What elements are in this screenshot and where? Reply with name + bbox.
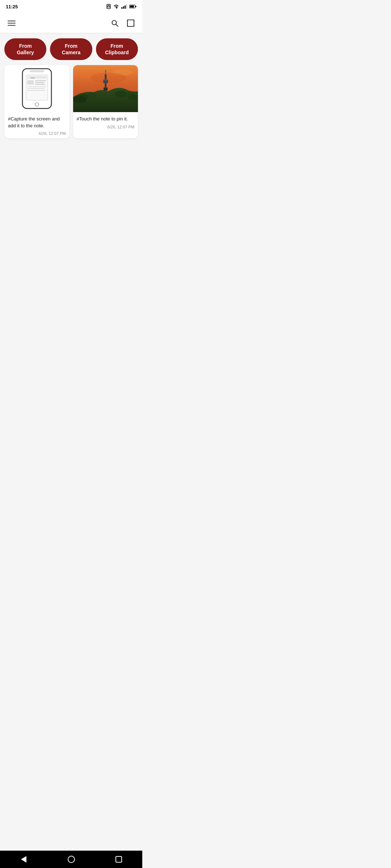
app-bar-actions [108,16,138,30]
action-buttons-row: FromGallery FromCamera FromClipboard [0,33,142,65]
note-card-2[interactable]: #Touch the note to pin it. 6/26, 12:07 P… [73,65,138,138]
from-clipboard-button[interactable]: FromClipboard [96,38,138,60]
note-text-2: #Touch the note to pin it. [77,116,135,122]
hamburger-line-3 [8,25,16,26]
svg-rect-10 [135,6,136,7]
svg-rect-35 [105,69,106,75]
sim-icon [106,4,111,9]
menu-button[interactable] [4,16,19,30]
search-button[interactable] [108,16,122,30]
svg-rect-36 [105,71,106,72]
wifi-icon [113,4,119,9]
svg-rect-0 [107,4,110,9]
note-thumbnail-1: www [4,65,70,112]
svg-rect-24 [27,88,45,89]
svg-text:www: www [31,77,35,79]
svg-point-39 [88,92,96,97]
svg-rect-15 [30,70,44,72]
svg-rect-21 [35,82,44,83]
svg-rect-9 [130,5,134,8]
status-time: 11:25 [6,4,18,9]
status-bar: 11:25 [0,0,142,13]
notes-grid: www #Capture the screen and [0,65,142,145]
svg-point-30 [90,73,126,83]
svg-rect-7 [126,4,127,9]
svg-rect-2 [109,6,110,8]
photo-thumb [73,65,138,112]
note-content-1: #Capture the screen and add it to the no… [4,112,70,138]
svg-rect-1 [108,6,108,8]
battery-icon [129,4,136,9]
search-icon [110,19,119,27]
svg-rect-25 [27,90,45,91]
from-camera-button[interactable]: FromCamera [50,38,92,60]
screen-capture-thumb: www [4,65,70,112]
note-text-1: #Capture the screen and add it to the no… [8,116,66,129]
from-gallery-button[interactable]: FromGallery [4,38,46,60]
svg-rect-6 [125,5,126,9]
svg-rect-13 [127,20,134,26]
note-content-2: #Touch the note to pin it. 6/26, 12:07 P… [73,112,138,132]
svg-rect-19 [27,80,34,85]
svg-rect-5 [123,7,124,9]
hamburger-line-2 [8,23,16,24]
note-date-2: 6/26, 12:07 PM [77,125,135,129]
svg-line-12 [116,24,118,26]
svg-rect-34 [104,79,107,81]
hamburger-line-1 [8,21,16,21]
expand-button[interactable] [123,16,138,30]
status-icons [106,4,136,9]
signal-icon [121,4,127,9]
svg-rect-22 [35,84,45,85]
svg-point-37 [105,69,106,70]
svg-rect-20 [35,80,46,81]
note-date-1: 6/26, 12:07 PM [8,131,66,136]
note-thumbnail-2 [73,65,138,112]
svg-rect-4 [121,7,122,9]
svg-rect-17 [27,76,47,79]
note-card-1[interactable]: www #Capture the screen and [4,65,70,138]
app-bar [0,13,142,33]
svg-rect-23 [27,86,46,87]
expand-icon [126,19,135,27]
screen-illustration: www [17,67,57,110]
svg-rect-3 [108,5,110,6]
svg-point-11 [112,20,117,25]
